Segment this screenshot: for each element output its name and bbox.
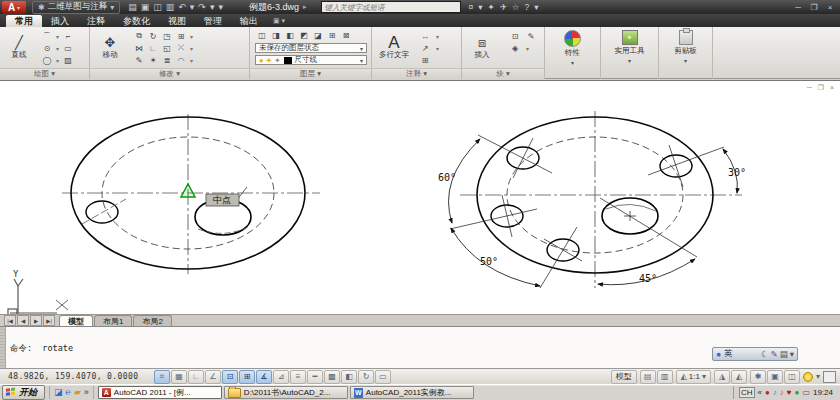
selection-cycling-toggle[interactable]: ↻ — [358, 370, 374, 384]
qat-undo-dropdown-icon[interactable]: ▾ — [190, 3, 195, 12]
layer-lock-icon[interactable]: ◪ — [311, 30, 325, 41]
tray-collapse-icon[interactable]: « — [758, 388, 762, 397]
layer-previous-icon[interactable]: ⊠ — [339, 30, 353, 41]
close-button[interactable]: × — [822, 2, 838, 13]
leader-tool-icon[interactable]: ↗ — [418, 43, 432, 54]
grid-toggle[interactable]: ▦ — [171, 370, 187, 384]
mirror-tool-icon[interactable]: ⋈ — [132, 43, 146, 54]
favorites-icon[interactable]: ☆ — [512, 2, 520, 12]
dyn-toggle[interactable]: ≡ — [290, 370, 306, 384]
layer-isolate-icon[interactable]: ◧ — [283, 30, 297, 41]
help-dropdown-icon[interactable]: ▾ — [534, 2, 538, 12]
tab-view[interactable]: 视图 — [159, 15, 195, 27]
infocenter-dropdown-icon[interactable]: ▾ — [478, 2, 482, 12]
restore-button[interactable]: ❐ — [806, 2, 822, 13]
layer-on-bulb-icon[interactable]: ● — [259, 56, 264, 65]
workspace-switcher[interactable]: ✱ 二维草图与注释 ▾ — [32, 1, 120, 14]
polyline-tool-icon[interactable]: ⌐ — [61, 31, 75, 42]
taskbar-window-autocad[interactable]: A AutoCAD 2011 - [例... — [98, 386, 222, 399]
erase-tool-icon[interactable]: ✎ — [132, 55, 146, 66]
otrack-toggle[interactable]: ∡ — [256, 370, 272, 384]
tab-annotate[interactable]: 注释 — [78, 15, 114, 27]
hatch-tool-icon[interactable]: ▨ — [61, 55, 75, 66]
infocenter-search-icon[interactable]: ¤ — [469, 2, 474, 12]
tab-first-button[interactable]: |◀ — [4, 315, 16, 326]
layer-properties-icon[interactable]: ◫ — [255, 30, 269, 41]
ellipse-tool-icon[interactable]: ◯ — [40, 55, 54, 66]
toolbar-lock-icon[interactable]: ▣ — [767, 370, 783, 384]
transparency-toggle[interactable]: ▩ — [324, 370, 340, 384]
tab-layout1[interactable]: 布局1 — [94, 315, 132, 327]
layer-freeze-icon[interactable]: ◩ — [297, 30, 311, 41]
tray-language-indicator[interactable]: CH — [739, 387, 755, 398]
block-dropdown-icon[interactable]: ▾ — [524, 43, 531, 54]
drawing-area[interactable]: 中点 — [0, 80, 840, 314]
model-space-button[interactable]: 模型 — [611, 370, 637, 384]
doc-restore-button[interactable]: ❐ — [818, 84, 824, 92]
infocenter-search-input[interactable] — [321, 1, 461, 13]
panel-layers-label[interactable]: 图层 ▾ — [250, 68, 371, 79]
lineweight-toggle[interactable]: ━ — [307, 370, 323, 384]
qat-open-icon[interactable]: ▣ — [141, 3, 150, 12]
ql-overflow-icon[interactable]: » — [84, 388, 89, 397]
dimension-dropdown-icon[interactable]: ▾ — [434, 31, 441, 42]
block-attribute-icon[interactable]: ◈ — [508, 43, 522, 54]
table-tool-icon[interactable]: ⊞ — [418, 55, 432, 66]
taskbar-window-document[interactable]: W AutoCAD_2011实例教... — [350, 386, 474, 399]
circle-dropdown-icon[interactable]: ▾ — [54, 43, 61, 54]
ql-ie-icon[interactable]: ℮ — [66, 388, 71, 397]
ellipse-dropdown-icon[interactable]: ▾ — [54, 55, 61, 66]
tab-parametric[interactable]: 参数化 — [114, 15, 159, 27]
array-dropdown-icon[interactable]: ▾ — [188, 31, 195, 42]
ime-options-icon[interactable]: ▾ — [790, 349, 794, 359]
panel-draw-label[interactable]: 绘图 ▾ — [0, 68, 89, 79]
trim-dropdown-icon[interactable]: ▾ — [188, 43, 195, 54]
clean-screen-button[interactable] — [823, 371, 836, 383]
panel-annotation-label[interactable]: 注释 ▾ — [372, 68, 461, 79]
panel-block-label[interactable]: 块 ▾ — [462, 68, 544, 79]
tab-layout2[interactable]: 布局2 — [133, 315, 171, 327]
panel-properties[interactable]: 特性 ▾ — [545, 27, 601, 79]
explode-tool-icon[interactable]: ✶ — [146, 55, 160, 66]
minimize-button[interactable]: ─ — [790, 2, 806, 13]
qat-save-icon[interactable]: ◫ — [153, 3, 162, 12]
tab-model[interactable]: 模型 — [59, 315, 93, 327]
quick-view-drawings-icon[interactable]: ▥ — [657, 370, 673, 384]
layer-dropdown[interactable]: ●☀✦ 尺寸线 ▾ — [255, 55, 367, 65]
qat-dropdown-icon[interactable]: ▾ — [218, 3, 223, 12]
tray-display-icon[interactable]: ▭ — [802, 388, 810, 397]
scale-tool-icon[interactable]: ◱ — [160, 43, 174, 54]
tab-manage[interactable]: 管理 — [195, 15, 231, 27]
arc-dropdown-icon[interactable]: ▾ — [54, 31, 61, 42]
osnap-toggle[interactable]: ⊡ — [222, 370, 238, 384]
annotation-visibility-icon[interactable]: ◮ — [714, 370, 730, 384]
tab-prev-button[interactable]: ◀ — [17, 315, 29, 326]
ime-softkeyboard-icon[interactable]: ☾ — [761, 349, 769, 359]
annotation-autoscale-icon[interactable]: ◭ — [731, 370, 747, 384]
rectangle-tool-icon[interactable]: ▭ — [61, 43, 75, 54]
fillet-dropdown-icon[interactable]: ▾ — [188, 55, 195, 66]
block-edit-icon[interactable]: ✎ — [524, 31, 538, 42]
ducs-toggle[interactable]: ⊿ — [273, 370, 289, 384]
tray-clock[interactable]: 19:24 — [813, 388, 833, 397]
mtext-button[interactable]: A 多行文字 — [376, 29, 412, 67]
title-expand-icon[interactable]: ▸ — [303, 3, 307, 11]
move-button[interactable]: ✥ 移动 — [92, 29, 128, 67]
tray-volume-muted-icon[interactable]: ♪ — [773, 388, 777, 397]
qat-redo-dropdown-icon[interactable]: ▾ — [210, 3, 215, 12]
ime-pen-icon[interactable]: ✎ — [771, 349, 778, 359]
tab-next-button[interactable]: ▶ — [30, 315, 42, 326]
ql-folder-icon[interactable]: ▰ — [74, 388, 81, 397]
tray-audio-muted-icon[interactable]: ♪ — [780, 388, 784, 397]
status-menu-caret-icon[interactable]: ▾ — [816, 372, 820, 381]
layer-off-icon[interactable]: ◨ — [269, 30, 283, 41]
osnap-3d-toggle[interactable]: ⊞ — [239, 370, 255, 384]
tab-home[interactable]: 常用 — [6, 15, 42, 27]
subscription-center-icon[interactable]: ✦ — [488, 2, 495, 12]
tab-last-button[interactable]: ▶| — [43, 315, 55, 326]
tray-updater-icon[interactable]: ● — [795, 388, 800, 397]
application-menu-button[interactable]: A▾ — [2, 1, 26, 14]
panel-modify-label[interactable]: 修改 ▾ — [90, 68, 249, 79]
status-tray-icon[interactable]: ◫ — [784, 370, 800, 384]
ortho-toggle[interactable]: ∟ — [188, 370, 204, 384]
